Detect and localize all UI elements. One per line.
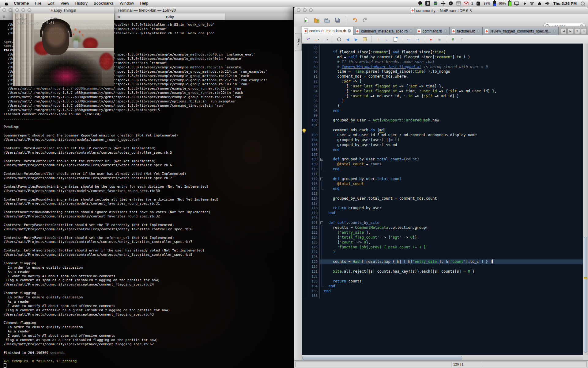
eject-icon[interactable] [537,1,542,6]
shift-line-right-icon[interactable]: ⇒ [414,36,421,43]
code-line[interactable]: 88 # If this method ever breaks, make su… [302,60,583,65]
code-line[interactable]: 117 [302,201,583,206]
editor-tab-review-flagged-comments-spec-rb-[interactable]: review_flagged_comments_spec.rb...× [483,27,559,35]
zoom-button[interactable] [309,8,313,12]
volume-icon[interactable] [545,1,550,6]
files-panel-tab[interactable]: Files [295,33,302,51]
code-line[interactable]: 115 [302,191,583,196]
code-line[interactable]: 126 'function (obj,prev) { prev.count +=… [302,245,583,250]
code-line[interactable]: 113 @total_count [302,182,583,186]
editor-tab-comment-rb[interactable]: comment.rb× [415,27,449,35]
display-icon[interactable] [514,1,519,6]
code-line[interactable]: 121 def self.counts_by_site [302,220,583,225]
next-bookmark-icon[interactable]: ↓ [383,36,390,43]
tab-close-icon[interactable]: ⊗ [117,15,120,19]
code-line[interactable]: 114 end [302,186,583,191]
menu-item-bookmarks[interactable]: Bookmarks [91,0,117,7]
menu-item-view[interactable]: View [57,0,72,7]
code-line[interactable]: 103 user = md.user_id ? md.user : md.com… [302,133,583,138]
code-line[interactable]: 107 [302,152,583,157]
wifi-icon[interactable] [530,1,534,6]
code-line[interactable]: 136 [302,293,583,298]
code-line[interactable]: 98 end [302,109,583,113]
code-line[interactable]: 96 ] [302,99,583,104]
collapse-fold-icon[interactable] [320,158,323,161]
toggle-bookmark-icon[interactable] [392,36,399,43]
dropbox-icon[interactable] [433,1,438,6]
code-line[interactable]: 112 def grouped_by_user.total_count [302,177,583,182]
code-line[interactable]: 90 time = Time.parse( flagged_since[:tim… [302,69,583,74]
code-line[interactable]: 97 ) [302,104,583,109]
code-line[interactable]: 95 { :user_id => md.user_id, :_id => {:$… [302,94,583,99]
stop-macro-recording-icon[interactable]: ● [427,36,435,43]
code-line[interactable]: 132 [302,274,583,279]
code-line[interactable]: 133 return counts [302,279,583,284]
last-edit-location-icon[interactable]: ↶ [305,36,312,43]
menu-clock[interactable]: Thu 2:26 PM [552,1,577,6]
code-line[interactable]: 92 :$or => [ [302,79,583,84]
maximize-editor-button[interactable]: □ [581,28,587,34]
spaces-icon[interactable] [522,1,527,6]
find-previous-icon[interactable]: ◀ [344,36,351,43]
close-button[interactable] [297,8,300,12]
code-line[interactable]: 101 [302,123,583,128]
tab-close-icon[interactable]: × [348,29,351,33]
code-line[interactable]: 99 [302,113,583,118]
code-line[interactable]: 93 { :user_last_flagged_at => {:$gt => t… [302,84,583,89]
editor-tab-factories-rb[interactable]: factories.rb× [450,27,483,35]
collapse-fold-icon[interactable] [320,221,323,224]
editor-horizontal-scrollbar[interactable] [302,355,583,361]
navigate-forward-icon[interactable]: →▾ [322,36,329,43]
navigate-back-icon[interactable]: ←▾ [313,36,321,43]
tab-list-button[interactable]: ▼ [574,28,580,34]
code-line[interactable]: 124 {'total_flag_count' => {'$gt' => 0}}… [302,235,583,240]
new-file-button[interactable] [302,16,310,24]
code-line[interactable]: 127 ) [302,250,583,255]
code-line[interactable]: 110 end [302,167,583,172]
webcam-window-controls[interactable] [15,8,31,12]
zoom-button[interactable] [28,8,31,12]
minimize-button[interactable] [9,8,12,12]
code-line[interactable]: 106 end [302,148,583,152]
comment-lines-icon[interactable]: // [449,36,457,43]
minimize-button[interactable] [303,8,307,12]
fold-column[interactable] [320,157,324,162]
close-button[interactable] [15,8,19,12]
warning-stripe-mark[interactable] [584,277,587,279]
code-line[interactable]: comment_mds.each do |md| [302,128,583,133]
code-line[interactable]: 122 results = CommentMetadata.collection… [302,225,583,230]
code-line[interactable]: 130 [302,264,583,269]
previous-bookmark-icon[interactable]: ↑ [375,36,382,43]
code-line[interactable]: 134 end [302,284,583,289]
code-line[interactable]: 131 Site.all.reject{|s| counts.has_key?(… [302,269,583,274]
code-line[interactable]: 125 {'count' => 0}, [302,240,583,245]
battery2-icon[interactable] [508,1,511,6]
spotlight-icon[interactable] [580,1,585,6]
webcam-titlebar[interactable]: Happy Things! [13,7,114,14]
code-line[interactable]: 128 [302,255,583,259]
pinwheel-icon[interactable] [448,1,453,6]
tab-close-icon[interactable]: × [409,29,413,33]
menu-item-window[interactable]: Window [117,0,137,7]
code-line[interactable]: 100 grouped_by_user = ActiveSupport::Ord… [302,118,583,123]
toggle-highlight-icon[interactable] [361,36,368,43]
google-quicksearch-icon[interactable]: 8 [425,1,430,6]
start-macro-recording-icon[interactable]: ■ [436,36,443,43]
code-line[interactable]: 87 md = self.find_by_comment_id( flagged… [302,55,583,60]
code-line[interactable]: 129 counts = Hash[ results.map {|h| [ h[… [302,259,583,264]
find-selection-icon[interactable] [335,36,343,43]
code-line[interactable]: 109 @total_count = count [302,162,583,167]
scrollbar-thumb[interactable] [302,356,462,360]
open-project-button[interactable] [323,16,331,24]
editor-tab-comment-metadata-spec-rb[interactable]: comment_metadata_spec.rb× [353,27,415,35]
new-project-button[interactable] [313,16,321,24]
code-line[interactable]: 116 grouped_by_user.total_count = commen… [302,196,583,201]
menu-item-file[interactable]: File [32,0,44,7]
editor-vertical-scrollbar[interactable] [583,44,588,355]
editor-tab-comment-metadata-rb[interactable]: comment_metadata.rb× [302,26,353,35]
terminal-tab-ruby[interactable]: ⊗ ruby [115,13,225,20]
undo-button[interactable] [351,16,359,24]
fold-column[interactable] [320,220,324,225]
move-tool-icon[interactable] [441,1,446,6]
code-line[interactable]: 105 grouped_by_user[user] << md [302,143,583,148]
